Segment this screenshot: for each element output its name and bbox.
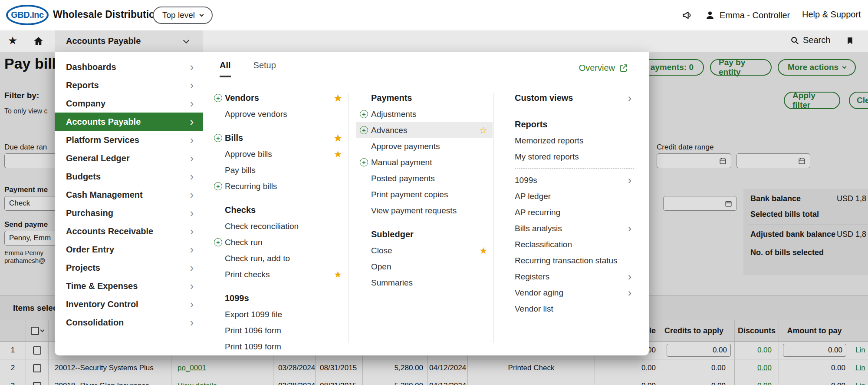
menu-item-check-reconciliation[interactable]: Check reconciliation: [214, 218, 342, 234]
sidebar-item-label: Inventory Control: [66, 299, 138, 309]
menu-item-bills[interactable]: +Bills★: [214, 130, 342, 146]
sidebar-item-projects[interactable]: Projects›: [55, 259, 203, 277]
sidebar-item-label: Company: [66, 99, 105, 109]
menu-item-summaries[interactable]: Summaries: [356, 275, 493, 291]
menu-item-label: Reclassification: [515, 240, 572, 249]
menu-item-recurring-transaction-status[interactable]: Recurring transaction status: [515, 252, 634, 269]
menu-item-label: Advances: [371, 126, 407, 135]
sidebar-item-label: General Ledger: [66, 153, 130, 163]
sidebar-item-accounts-receivable[interactable]: Accounts Receivable›: [55, 222, 203, 240]
add-vendor-icon[interactable]: +: [214, 94, 222, 102]
favorite-star-icon[interactable]: ★: [334, 270, 342, 279]
sidebar-item-accounts-payable[interactable]: Accounts Payable›: [55, 113, 203, 131]
menu-item-manual-payment[interactable]: +Manual payment: [356, 154, 493, 170]
menu-item-print-checks[interactable]: Print checks★: [214, 266, 342, 282]
menu-item-label: Posted payments: [371, 174, 435, 183]
menu-item-posted-payments[interactable]: Posted payments: [356, 170, 493, 186]
menu-item-approve-vendors[interactable]: Approve vendors: [214, 106, 342, 122]
favorite-star-icon[interactable]: ★: [479, 246, 487, 255]
add-manual-payment-icon[interactable]: +: [360, 158, 368, 166]
menu-item-view-payment-requests[interactable]: View payment requests: [356, 202, 493, 219]
overview-label: Overview: [579, 63, 615, 73]
company-logo[interactable]: GBD.Inc: [6, 5, 49, 25]
sidebar-item-budgets[interactable]: Budgets›: [55, 167, 203, 186]
menu-item-open[interactable]: Open: [356, 259, 493, 275]
sidebar-item-company[interactable]: Company›: [55, 94, 203, 113]
menu-item-pay-bills[interactable]: Pay bills: [214, 162, 342, 178]
menu-item-label: Manual payment: [371, 158, 432, 167]
home-icon[interactable]: [33, 36, 44, 46]
menu-item-custom-views[interactable]: Custom views›: [515, 90, 634, 106]
favorite-star-icon[interactable]: ★: [334, 149, 342, 159]
menu-item-print-1096-form[interactable]: Print 1096 form: [214, 322, 342, 339]
menu-item-label: Adjustments: [371, 110, 417, 119]
menu-item-vendors[interactable]: +Vendors★: [214, 90, 342, 106]
sidebar-item-general-ledger[interactable]: General Ledger›: [55, 149, 203, 167]
menu-header-checks: Checks: [214, 202, 342, 218]
menu-item-bills-analysis[interactable]: Bills analysis›: [515, 220, 634, 236]
tab-all[interactable]: All: [220, 60, 231, 77]
menu-item-adjustments[interactable]: +Adjustments: [356, 106, 493, 122]
add-advance-icon[interactable]: +: [360, 126, 368, 134]
menu-item-approve-bills[interactable]: Approve bills★: [214, 146, 342, 162]
user-menu[interactable]: Emma - Controller: [705, 0, 790, 30]
sidebar-item-consolidation[interactable]: Consolidation›: [55, 313, 203, 332]
menu-item-export-1099-file[interactable]: Export 1099 file: [214, 306, 342, 322]
menu-column-vendors-bills: +Vendors★ Approve vendors +Bills★ Approv…: [214, 90, 342, 355]
menu-item-memorized-reports[interactable]: Memorized reports: [515, 133, 634, 149]
menu-item-ap-recurring[interactable]: AP recurring: [515, 204, 634, 220]
sidebar-item-dashboards[interactable]: Dashboards›: [55, 58, 203, 76]
menu-item-label: Registers: [515, 272, 549, 282]
add-adjustment-icon[interactable]: +: [360, 110, 368, 118]
help-support-link[interactable]: Help & Support: [802, 10, 861, 20]
add-bill-icon[interactable]: +: [214, 134, 222, 142]
favorite-star-icon[interactable]: ★: [334, 93, 342, 103]
announcements-icon[interactable]: [681, 10, 693, 21]
menu-item-reclassification[interactable]: Reclassification: [515, 236, 634, 252]
chevron-right-icon: ›: [628, 175, 631, 186]
sidebar-item-label: Purchasing: [66, 208, 113, 218]
favorite-star-outline-icon[interactable]: ☆: [479, 126, 487, 135]
search-label-wrap: Search: [803, 35, 830, 45]
menu-item-ap-ledger[interactable]: AP ledger: [515, 188, 634, 204]
menu-item-1099s-reports[interactable]: 1099s›: [515, 172, 634, 188]
add-check-run-icon[interactable]: +: [214, 238, 222, 246]
menu-item-vendor-list[interactable]: Vendor list: [515, 301, 634, 317]
search-button[interactable]: Search: [790, 35, 830, 45]
module-selector-accounts-payable[interactable]: Accounts Payable: [55, 30, 203, 52]
menu-item-advances[interactable]: +Advances☆: [356, 122, 493, 138]
sidebar-item-label: Consolidation: [66, 318, 124, 328]
menu-item-label: Print checks: [225, 270, 270, 279]
tab-setup[interactable]: Setup: [253, 60, 276, 77]
menu-item-recurring-bills[interactable]: +Recurring bills: [214, 178, 342, 194]
sidebar-item-time-expenses[interactable]: Time & Expenses›: [55, 277, 203, 295]
add-recurring-bill-icon[interactable]: +: [214, 182, 222, 190]
sidebar-item-purchasing[interactable]: Purchasing›: [55, 204, 203, 222]
sidebar-item-order-entry[interactable]: Order Entry›: [55, 240, 203, 259]
favorite-star-icon[interactable]: ★: [334, 133, 342, 143]
sidebar-item-platform-services[interactable]: Platform Services›: [55, 131, 203, 149]
chevron-down-icon: [183, 37, 189, 43]
menu-item-print-payment-copies[interactable]: Print payment copies: [356, 186, 493, 202]
chevron-right-icon: ›: [190, 171, 194, 182]
menu-item-vendor-aging[interactable]: Vendor aging›: [515, 285, 634, 301]
entity-selector[interactable]: Top level: [153, 7, 213, 24]
menu-item-check-run-add-to[interactable]: Check run, add to: [214, 250, 342, 266]
overview-link[interactable]: Overview: [579, 63, 628, 73]
chevron-down-icon: [200, 12, 204, 17]
sidebar-item-inventory-control[interactable]: Inventory Control›: [55, 295, 203, 313]
menu-item-my-stored-reports[interactable]: My stored reports: [515, 149, 634, 165]
sidebar-item-cash-management[interactable]: Cash Management›: [55, 186, 203, 204]
menu-item-approve-payments[interactable]: Approve payments: [356, 138, 493, 154]
menu-item-label: View payment requests: [371, 206, 457, 216]
menu-item-label: Approve payments: [371, 142, 440, 151]
dashed-divider: [515, 168, 634, 169]
menu-item-close[interactable]: Close★: [356, 242, 493, 259]
menu-item-registers[interactable]: Registers›: [515, 269, 634, 285]
column-divider: [493, 93, 494, 343]
menu-item-print-1099-form[interactable]: Print 1099 form: [214, 339, 342, 355]
bookmark-icon[interactable]: [845, 35, 855, 46]
menu-item-check-run[interactable]: +Check run: [214, 234, 342, 250]
favorites-star-icon[interactable]: ★: [8, 34, 17, 47]
sidebar-item-reports[interactable]: Reports›: [55, 76, 203, 94]
